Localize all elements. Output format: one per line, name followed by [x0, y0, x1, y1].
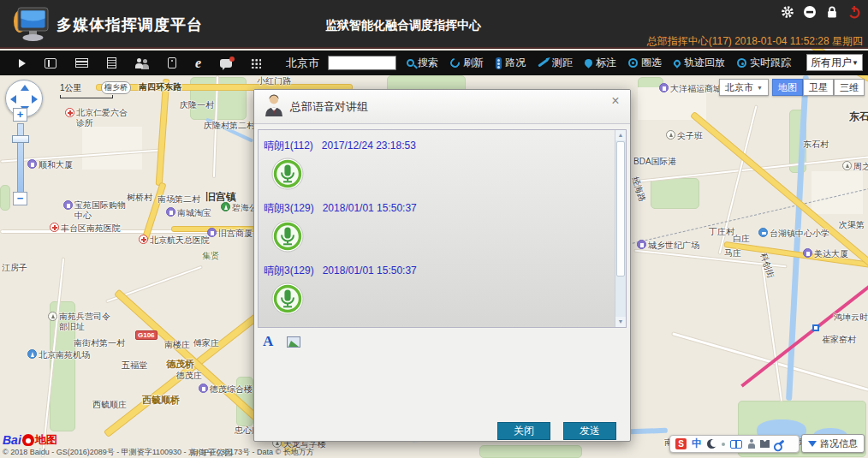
map-view-3d-button[interactable]: 三维 [834, 79, 865, 96]
baidu-paw-icon [22, 434, 34, 446]
map-city-selector[interactable]: 北京市 ▼ [719, 79, 769, 96]
traffic-icon [496, 57, 502, 69]
funnel-icon [808, 441, 817, 447]
map-label: 南场第二村 [158, 193, 200, 205]
zoom-in-button[interactable]: + [13, 108, 27, 122]
voice-play-button[interactable] [271, 220, 304, 255]
wrench-icon[interactable] [775, 439, 784, 448]
scroll-down-icon[interactable]: ▼ [615, 317, 626, 327]
refresh-icon [449, 57, 461, 69]
image-icon[interactable] [287, 336, 300, 348]
app-title: 多媒体指挥调度平台 [56, 15, 203, 35]
font-icon[interactable]: A [263, 333, 273, 350]
refresh-label: 刷新 [463, 56, 484, 70]
person-icon[interactable] [747, 439, 755, 449]
map-label: 顺和大厦 [27, 159, 73, 171]
panel-icon[interactable] [75, 58, 88, 68]
close-icon[interactable]: × [608, 93, 623, 109]
map-park [0, 185, 10, 211]
building-icon[interactable] [107, 57, 116, 68]
pan-up-icon[interactable] [21, 85, 29, 91]
map-label: 北京航天总医院 [139, 235, 210, 247]
map-tool-buttons: 搜索刷新路况测距标注圈选轨迹回放实时跟踪 [403, 54, 794, 72]
skin-icon[interactable] [760, 440, 770, 448]
map-label: 城乡世纪广场 [637, 240, 699, 252]
voice-play-button[interactable] [271, 283, 304, 318]
map-label: BDA国际港 [633, 156, 677, 168]
pan-right-icon[interactable] [32, 95, 38, 104]
chevron-down-icon: ▼ [757, 85, 763, 91]
zoom-slider-track[interactable] [17, 123, 24, 193]
group-avatar-icon [265, 93, 283, 120]
scale-bar [60, 95, 113, 98]
measure-button[interactable]: 测距 [534, 54, 576, 72]
map-label: 崔家窑村 [822, 334, 856, 346]
search-button[interactable]: 搜索 [403, 54, 442, 72]
application-window: 多媒体指挥调度平台 监狱智能化融合调度指挥中心 总部指挥中心(117) 2018… [0, 0, 868, 458]
traffic-info-button[interactable]: 路况信息 [801, 434, 865, 453]
search-icon [407, 59, 414, 67]
map-label: 台湖镇中心小学 [758, 228, 829, 240]
minimize-icon[interactable] [803, 5, 817, 19]
monument-icon [666, 130, 675, 140]
moon-icon[interactable] [707, 439, 716, 449]
map-road [761, 266, 783, 402]
ime-toolbar[interactable]: S中 [669, 435, 800, 453]
track-playback-button[interactable]: 轨迹回放 [670, 54, 728, 72]
building-icon [803, 248, 812, 258]
apps-icon[interactable] [251, 58, 261, 68]
chinese-mode-icon[interactable]: 中 [692, 437, 702, 451]
traffic-button[interactable]: 路况 [492, 54, 529, 72]
keyboard-icon[interactable] [730, 440, 742, 449]
map-label: 集贤 [202, 250, 219, 262]
measure-label: 测距 [552, 56, 573, 70]
lock-icon[interactable] [825, 5, 839, 19]
refresh-button[interactable]: 刷新 [447, 54, 487, 72]
play-icon[interactable] [19, 59, 26, 68]
dialog-header[interactable]: 总部语音对讲组 × [254, 90, 630, 124]
map-scale: 1公里 [60, 82, 113, 98]
scrollbar-thumb[interactable] [616, 141, 625, 277]
pan-left-icon[interactable] [10, 95, 16, 104]
send-button[interactable]: 发送 [563, 422, 616, 440]
map-label: 东石 [849, 110, 868, 124]
map-label: 小红门路 [257, 75, 291, 87]
close-button[interactable]: 关闭 [497, 422, 550, 440]
zoom-slider-handle[interactable] [12, 135, 29, 143]
power-icon[interactable] [847, 5, 861, 19]
traffic-label: 路况 [505, 56, 526, 70]
map-copyright: © 2018 Baidu - GS(2016)2089号 - 甲测资字11009… [3, 447, 314, 458]
scroll-up-icon[interactable]: ▲ [615, 130, 626, 140]
user-filter-dropdown[interactable]: 所有用户 ▼ [806, 54, 863, 71]
dot-icon[interactable] [722, 443, 725, 446]
map-view-map-button[interactable]: 地图 [772, 79, 803, 96]
zoom-out-button[interactable]: − [13, 192, 27, 205]
badge-icon[interactable] [168, 57, 176, 68]
message-input[interactable] [258, 350, 627, 415]
measure-icon [538, 59, 548, 68]
people-icon[interactable] [135, 58, 149, 68]
scrollbar[interactable]: ▲ ▼ [615, 130, 626, 327]
settings-icon[interactable] [781, 5, 794, 19]
mark-button[interactable]: 标注 [581, 54, 620, 72]
track-playback-label: 轨迹回放 [684, 56, 725, 70]
voice-message: 晴朗1(112)2017/12/24 23:18:53 [264, 139, 626, 193]
map-city-value: 北京市 [725, 81, 753, 94]
sogou-s-icon[interactable]: S [675, 438, 687, 449]
realtime-track-button[interactable]: 实时跟踪 [734, 54, 794, 72]
map-label: 尖子班 [666, 130, 703, 142]
circle-icon [628, 58, 638, 68]
ie-icon[interactable]: e [195, 57, 201, 69]
chat-icon[interactable] [220, 59, 232, 68]
window-controls [781, 5, 861, 19]
voice-play-button[interactable] [271, 158, 304, 193]
contacts-icon[interactable] [45, 58, 56, 68]
map-label: 南楼庄 [164, 339, 190, 351]
map-label: 北京南苑机场 [27, 349, 90, 361]
compose-toolbar: A [263, 333, 300, 350]
map-view-satellite-button[interactable]: 卫星 [803, 79, 834, 96]
map-label: 西毓顺庄 [92, 399, 127, 411]
voice-message: 晴朗3(129)2018/01/01 15:50:37 [264, 201, 626, 255]
circle-select-button[interactable]: 圈选 [625, 54, 665, 72]
search-input[interactable] [328, 56, 396, 70]
